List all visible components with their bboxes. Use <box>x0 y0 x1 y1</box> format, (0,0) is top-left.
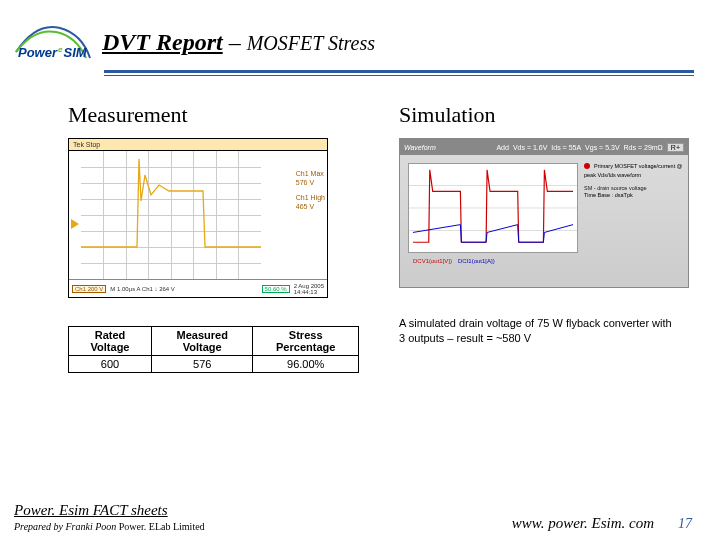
simulation-column: Simulation Waveform Add Vds = 1.6V Ids =… <box>399 102 690 373</box>
sim-ids: Ids = 55A <box>551 144 581 151</box>
oscilloscope-screenshot: Tek Stop Ch1 Max 576 V <box>68 138 328 298</box>
sim-waveform-panel: DCV1(out1[V]) DCI1(out1[A]) <box>408 163 578 253</box>
osc-top-bar: Tek Stop <box>69 139 327 151</box>
sim-rds: Rds = 29mΩ <box>624 144 663 151</box>
sim-legend: DCV1(out1[V]) DCI1(out1[A]) <box>413 258 495 264</box>
slide-title: DVT Report – MOSFET Stress <box>102 29 375 56</box>
logo-text-power: Power <box>18 45 57 60</box>
page-number: 17 <box>678 516 692 532</box>
logo-text-sim: SIM <box>63 45 86 60</box>
simulation-caption: A simulated drain voltage of 75 W flybac… <box>399 316 679 346</box>
cell-stress: 96.00% <box>253 356 359 373</box>
measurement-column: Measurement Tek Stop Ch1 Max <box>68 102 359 373</box>
sim-recalc-button[interactable]: R+ <box>667 143 684 152</box>
sim-window-title: Waveform <box>404 144 436 151</box>
table-row: 600 576 96.00% <box>69 356 359 373</box>
table-header-row: Rated Voltage Measured Voltage Stress Pe… <box>69 327 359 356</box>
slide-footer: Power. Esim FACT sheets Prepared by Fran… <box>0 502 720 540</box>
osc-bottom-bar: Ch1 200 V M 1.00µs A Ch1 ↓ 264 V 50.60 %… <box>69 279 327 297</box>
sim-vgs: Vgs = 5.3V <box>585 144 619 151</box>
sim-legend-red: DCV1(out1[V]) <box>413 258 452 264</box>
footer-url: www. power. Esim. com <box>512 515 654 532</box>
poweresim-logo: Power e SIM <box>10 18 96 66</box>
sim-add-label: Add <box>496 144 508 151</box>
red-dot-icon <box>584 163 590 169</box>
title-subtitle: MOSFET Stress <box>247 32 375 54</box>
fact-sheets-label: Power. Esim FACT sheets <box>14 502 205 519</box>
col-rated: Rated Voltage <box>69 327 152 356</box>
osc-grid <box>81 151 261 279</box>
simulation-heading: Simulation <box>399 102 690 128</box>
sim-titlebar: Waveform Add Vds = 1.6V Ids = 55A Vgs = … <box>400 139 688 155</box>
osc-ch1-scale: Ch1 200 V <box>72 285 106 293</box>
footer-left: Power. Esim FACT sheets Prepared by Fran… <box>14 502 205 532</box>
sim-note2: peak Vds/Ids waveform <box>584 172 684 179</box>
osc-timebase: M 1.00µs A Ch1 ↓ 264 V <box>110 286 175 292</box>
logo-text-e: e <box>58 45 62 54</box>
prepared-author: Prepared by Franki Poon <box>14 521 116 532</box>
osc-ch1-high-value: 465 V <box>296 202 325 211</box>
prepared-by: Prepared by Franki Poon Power. ELab Limi… <box>14 521 205 532</box>
measurement-heading: Measurement <box>68 102 359 128</box>
cell-rated: 600 <box>69 356 152 373</box>
prepared-company: Power. ELab Limited <box>116 521 204 532</box>
sim-note3: SM - drain source voltage <box>584 185 684 192</box>
sim-legend-blue: DCI1(out1[A]) <box>458 258 495 264</box>
footer-right: www. power. Esim. com 17 <box>512 515 692 532</box>
osc-cursor-pct: 50.60 % <box>262 285 290 293</box>
cell-measured: 576 <box>152 356 253 373</box>
content-columns: Measurement Tek Stop Ch1 Max <box>0 76 720 373</box>
osc-side-readout: Ch1 Max 576 V Ch1 High 465 V <box>296 169 325 211</box>
stress-table: Rated Voltage Measured Voltage Stress Pe… <box>68 326 359 373</box>
osc-ch1-max-label: Ch1 Max <box>296 169 325 178</box>
col-stress: Stress Percentage <box>253 327 359 356</box>
osc-ch1-max-value: 576 V <box>296 178 325 187</box>
slide-header: Power e SIM DVT Report – MOSFET Stress <box>0 0 720 66</box>
svg-marker-0 <box>71 219 79 229</box>
osc-time: 14:44:13 <box>294 289 324 295</box>
title-main: DVT Report <box>102 29 223 55</box>
osc-ch1-high-label: Ch1 High <box>296 193 325 202</box>
sim-note4: Time Base : dsaTpk <box>584 192 684 199</box>
sim-vds: Vds = 1.6V <box>513 144 547 151</box>
col-measured: Measured Voltage <box>152 327 253 356</box>
simulation-screenshot: Waveform Add Vds = 1.6V Ids = 55A Vgs = … <box>399 138 689 288</box>
title-separator: – <box>223 29 247 55</box>
ch1-marker-icon <box>71 215 81 225</box>
sim-side-meta: Primary MOSFET voltage/current @ peak Vd… <box>584 163 684 200</box>
sim-note1: Primary MOSFET voltage/current @ <box>594 163 682 170</box>
